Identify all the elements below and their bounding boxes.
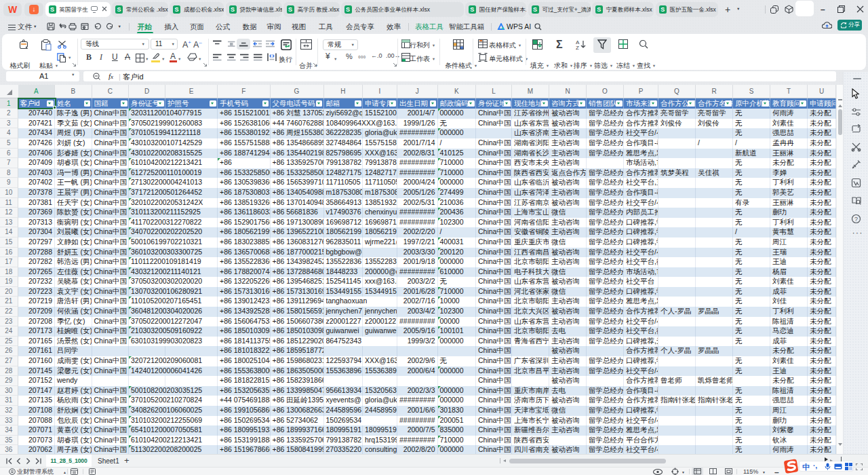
- svg-text:Z: Z: [576, 45, 579, 50]
- svg-text:?: ?: [854, 216, 858, 223]
